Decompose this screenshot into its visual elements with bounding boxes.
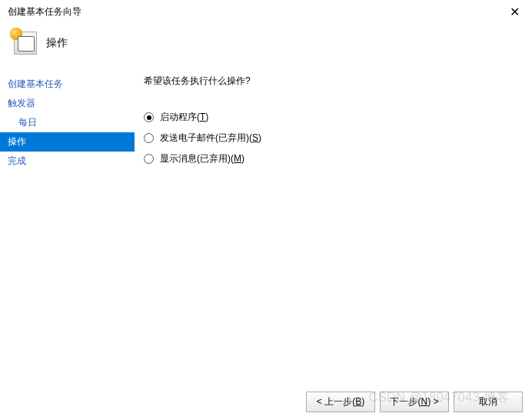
sidebar: 创建基本任务 触发器 每日 操作 完成 bbox=[0, 72, 135, 356]
option-label: 发送电子邮件(已弃用)(S) bbox=[160, 132, 261, 145]
page-title: 操作 bbox=[46, 36, 68, 50]
question-label: 希望该任务执行什么操作? bbox=[144, 75, 518, 88]
option-label: 显示消息(已弃用)(M) bbox=[160, 152, 244, 165]
option-start-program[interactable]: 启动程序(T) bbox=[144, 111, 518, 124]
option-label: 启动程序(T) bbox=[160, 111, 208, 124]
close-icon[interactable]: ✕ bbox=[505, 5, 524, 19]
radio-icon bbox=[144, 112, 154, 122]
cancel-button[interactable]: 取消 bbox=[454, 392, 523, 412]
option-send-email[interactable]: 发送电子邮件(已弃用)(S) bbox=[144, 132, 518, 145]
sidebar-item-create-task[interactable]: 创建基本任务 bbox=[0, 75, 135, 94]
sidebar-item-finish[interactable]: 完成 bbox=[0, 152, 135, 171]
titlebar: 创建基本任务向导 ✕ bbox=[0, 0, 532, 22]
content-area: 希望该任务执行什么操作? 启动程序(T) 发送电子邮件(已弃用)(S) 显示消息… bbox=[135, 72, 532, 356]
footer: < 上一步(B) 下一步(N) > 取消 bbox=[306, 392, 523, 412]
wizard-icon bbox=[14, 32, 37, 55]
wizard-body: 创建基本任务 触发器 每日 操作 完成 希望该任务执行什么操作? 启动程序(T)… bbox=[0, 72, 532, 356]
option-show-message[interactable]: 显示消息(已弃用)(M) bbox=[144, 152, 518, 165]
window-title: 创建基本任务向导 bbox=[8, 5, 81, 18]
radio-icon bbox=[144, 154, 154, 164]
next-button[interactable]: 下一步(N) > bbox=[380, 392, 449, 412]
back-button[interactable]: < 上一步(B) bbox=[306, 392, 375, 412]
radio-icon bbox=[144, 133, 154, 143]
sidebar-item-action[interactable]: 操作 bbox=[0, 132, 135, 152]
wizard-header: 操作 bbox=[0, 22, 532, 72]
sidebar-item-daily[interactable]: 每日 bbox=[0, 113, 135, 132]
sidebar-item-trigger[interactable]: 触发器 bbox=[0, 94, 135, 113]
